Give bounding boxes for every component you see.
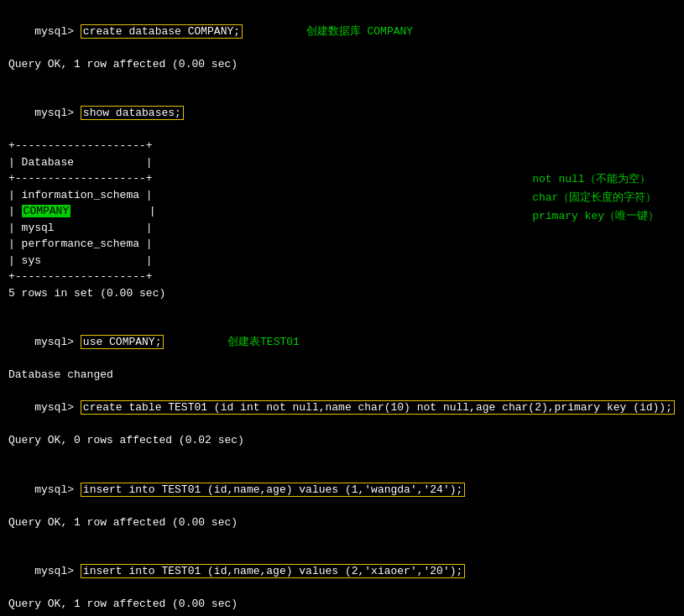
prompt-3: mysql> <box>34 336 74 348</box>
blank-4 <box>8 530 676 547</box>
output-insert-2: Query OK, 1 row affected (0.00 sec) <box>8 596 676 613</box>
table-header: | Database | <box>8 154 676 171</box>
line-insert-2: mysql> insert into TEST01 (id,name,age) … <box>8 547 676 597</box>
note-not-null: not null（不能为空） <box>532 170 659 189</box>
prompt-4: mysql> <box>34 401 74 414</box>
line-show-db: mysql> show databases; <box>8 89 676 138</box>
table-border-bot: +--------------------+ <box>8 269 676 285</box>
output-rows-5: 5 rows in set (0.00 sec) <box>8 285 676 302</box>
blank-1 <box>8 72 676 89</box>
cmd-insert-1: insert into TEST01 (id,name,age) values … <box>74 483 465 497</box>
line-create-db: mysql> create database COMPANY; 创建数据库 CO… <box>8 7 676 56</box>
blank-5 <box>8 613 676 617</box>
table-row-sys: | sys | <box>8 253 676 269</box>
table-border-top: +--------------------+ <box>8 138 676 154</box>
cmd-insert-2: insert into TEST01 (id,name,age) values … <box>74 564 465 578</box>
company-highlight: COMPANY <box>22 205 71 217</box>
output-1: Query OK, 1 row affected (0.00 sec) <box>8 56 676 73</box>
line-create-table: mysql> create table TEST01 (id int not n… <box>8 384 676 433</box>
prompt-5: mysql> <box>34 483 74 496</box>
cmd-create-db: create database COMPANY; <box>74 24 243 39</box>
output-db-changed: Database changed <box>8 367 676 384</box>
cmd-show-db: show databases; <box>74 106 184 120</box>
prompt-1: mysql> <box>34 25 74 38</box>
right-notes: not null（不能为空） char（固定长度的字符） primary key… <box>532 170 659 226</box>
cmd-create-table: create table TEST01 (id int not null,nam… <box>74 400 675 415</box>
line-insert-1: mysql> insert into TEST01 (id,name,age) … <box>8 465 676 514</box>
cmd-use-company: use COMPANY; <box>74 335 164 349</box>
annotation-create-table: 创建表TEST01 <box>214 336 299 348</box>
line-use-company: mysql> use COMPANY; 创建表TEST01 <box>8 318 676 368</box>
output-insert-1: Query OK, 1 row affected (0.00 sec) <box>8 514 676 531</box>
prompt-6: mysql> <box>34 565 74 577</box>
blank-2 <box>8 301 676 318</box>
prompt-2: mysql> <box>34 107 74 119</box>
blank-3 <box>8 449 676 466</box>
output-create-table: Query OK, 0 rows affected (0.02 sec) <box>8 432 676 449</box>
note-char: char（固定长度的字符） <box>532 189 659 207</box>
table-row-perf: | performance_schema | <box>8 236 676 253</box>
annotation-create-db: 创建数据库 COMPANY <box>293 25 413 38</box>
note-primary-key: primary key（唯一键） <box>532 207 659 226</box>
